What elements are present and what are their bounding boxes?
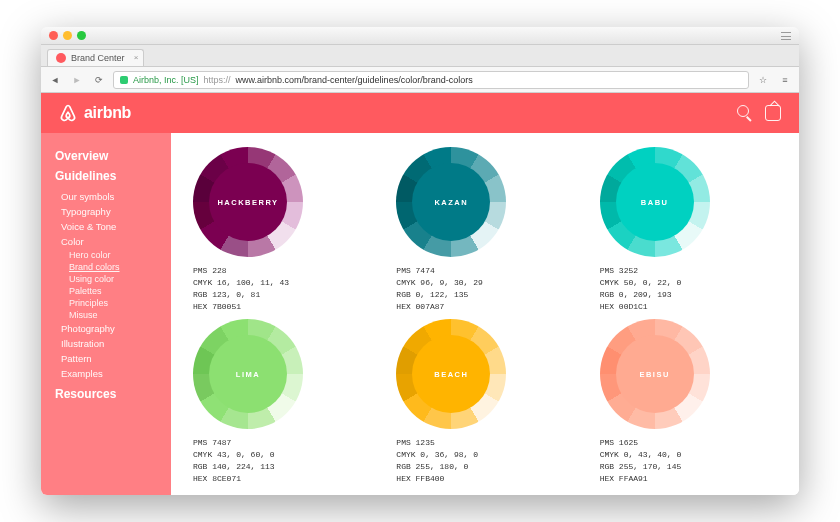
back-button[interactable]: ◄ <box>47 72 63 88</box>
window-title-bar <box>41 27 799 45</box>
share-icon[interactable] <box>765 105 781 121</box>
belo-logo-icon <box>59 103 77 123</box>
tab-title: Brand Center <box>71 53 125 63</box>
swatch-core: KAZAN <box>412 163 490 241</box>
sidebar-item-photography[interactable]: Photography <box>55 321 171 336</box>
sidebar-item-voice-tone[interactable]: Voice & Tone <box>55 219 171 234</box>
swatch-specs: PMS 228CMYK 16, 100, 11, 43RGB 123, 0, 8… <box>193 265 384 313</box>
window-menu-icon[interactable] <box>781 32 791 40</box>
swatch-specs: PMS 1235CMYK 0, 36, 98, 0RGB 255, 180, 0… <box>396 437 587 485</box>
sidebar-section-guidelines[interactable]: Guidelines <box>55 169 171 183</box>
secure-badge: Airbnb, Inc. [US] <box>133 75 199 85</box>
url-scheme: https:// <box>204 75 231 85</box>
color-swatch: BEACHPMS 1235CMYK 0, 36, 98, 0RGB 255, 1… <box>396 319 587 485</box>
swatch-specs: PMS 7487CMYK 43, 0, 60, 0RGB 140, 224, 1… <box>193 437 384 485</box>
color-swatch: LIMAPMS 7487CMYK 43, 0, 60, 0RGB 140, 22… <box>193 319 384 485</box>
sidebar: Overview Guidelines Our symbols Typograp… <box>41 133 171 495</box>
sidebar-subitem-misuse[interactable]: Misuse <box>55 309 171 321</box>
forward-button[interactable]: ► <box>69 72 85 88</box>
sidebar-subitem-using-color[interactable]: Using color <box>55 273 171 285</box>
logo-area[interactable]: airbnb <box>59 103 131 123</box>
sidebar-subitem-brand-colors[interactable]: Brand colors <box>55 261 171 273</box>
sidebar-item-illustration[interactable]: Illustration <box>55 336 171 351</box>
spec-pms: PMS 228 <box>193 265 384 277</box>
sidebar-item-typography[interactable]: Typography <box>55 204 171 219</box>
window-minimize-button[interactable] <box>63 31 72 40</box>
spec-hex: HEX 007A87 <box>396 301 587 313</box>
swatch-core: BEACH <box>412 335 490 413</box>
swatch-specs: PMS 7474CMYK 96, 9, 30, 29RGB 0, 122, 13… <box>396 265 587 313</box>
color-wheel: BEACH <box>396 319 506 429</box>
sidebar-item-examples[interactable]: Examples <box>55 366 171 381</box>
swatch-specs: PMS 3252CMYK 50, 0, 22, 0RGB 0, 209, 193… <box>600 265 791 313</box>
swatch-core: EBISU <box>616 335 694 413</box>
browser-tab[interactable]: Brand Center × <box>47 49 144 66</box>
browser-window: Brand Center × ◄ ► ⟳ Airbnb, Inc. [US] h… <box>41 27 799 495</box>
url-path: www.airbnb.com/brand-center/guidelines/c… <box>236 75 473 85</box>
spec-pms: PMS 1235 <box>396 437 587 449</box>
main-panel: HACKBERRYPMS 228CMYK 16, 100, 11, 43RGB … <box>171 133 799 495</box>
window-close-button[interactable] <box>49 31 58 40</box>
spec-hex: HEX 8CE071 <box>193 473 384 485</box>
page-content: airbnb Overview Guidelines Our symbols T… <box>41 93 799 495</box>
sidebar-section-resources[interactable]: Resources <box>55 387 171 401</box>
spec-hex: HEX 7B0051 <box>193 301 384 313</box>
spec-rgb: RGB 0, 209, 193 <box>600 289 791 301</box>
search-icon[interactable] <box>737 105 749 117</box>
sidebar-item-color[interactable]: Color <box>55 234 171 249</box>
spec-pms: PMS 7474 <box>396 265 587 277</box>
sidebar-item-our-symbols[interactable]: Our symbols <box>55 189 171 204</box>
lock-icon <box>120 76 128 84</box>
app-header: airbnb <box>41 93 799 133</box>
sidebar-subitem-principles[interactable]: Principles <box>55 297 171 309</box>
spec-rgb: RGB 123, 0, 81 <box>193 289 384 301</box>
color-wheel: BABU <box>600 147 710 257</box>
spec-hex: HEX FFAA91 <box>600 473 791 485</box>
swatch-core: HACKBERRY <box>209 163 287 241</box>
color-wheel: EBISU <box>600 319 710 429</box>
window-zoom-button[interactable] <box>77 31 86 40</box>
spec-hex: HEX 00D1C1 <box>600 301 791 313</box>
tab-favicon <box>56 53 66 63</box>
spec-hex: HEX FFB400 <box>396 473 587 485</box>
url-field[interactable]: Airbnb, Inc. [US] https:// www.airbnb.co… <box>113 71 749 89</box>
spec-cmyk: CMYK 0, 36, 98, 0 <box>396 449 587 461</box>
sidebar-subitem-palettes[interactable]: Palettes <box>55 285 171 297</box>
spec-cmyk: CMYK 43, 0, 60, 0 <box>193 449 384 461</box>
brand-wordmark: airbnb <box>84 104 131 122</box>
spec-rgb: RGB 0, 122, 135 <box>396 289 587 301</box>
reload-button[interactable]: ⟳ <box>91 72 107 88</box>
spec-pms: PMS 1625 <box>600 437 791 449</box>
color-swatch: HACKBERRYPMS 228CMYK 16, 100, 11, 43RGB … <box>193 147 384 313</box>
browser-menu-icon[interactable]: ≡ <box>777 72 793 88</box>
color-swatch: EBISUPMS 1625CMYK 0, 43, 40, 0RGB 255, 1… <box>600 319 791 485</box>
color-swatch: BABUPMS 3252CMYK 50, 0, 22, 0RGB 0, 209,… <box>600 147 791 313</box>
color-wheel: HACKBERRY <box>193 147 303 257</box>
swatch-specs: PMS 1625CMYK 0, 43, 40, 0RGB 255, 170, 1… <box>600 437 791 485</box>
color-wheel: KAZAN <box>396 147 506 257</box>
address-bar: ◄ ► ⟳ Airbnb, Inc. [US] https:// www.air… <box>41 67 799 93</box>
color-wheel: LIMA <box>193 319 303 429</box>
tab-close-icon[interactable]: × <box>134 53 139 62</box>
spec-cmyk: CMYK 0, 43, 40, 0 <box>600 449 791 461</box>
tab-strip: Brand Center × <box>41 45 799 67</box>
spec-rgb: RGB 255, 170, 145 <box>600 461 791 473</box>
spec-cmyk: CMYK 96, 9, 30, 29 <box>396 277 587 289</box>
swatch-core: BABU <box>616 163 694 241</box>
spec-cmyk: CMYK 16, 100, 11, 43 <box>193 277 384 289</box>
spec-pms: PMS 3252 <box>600 265 791 277</box>
color-swatch: KAZANPMS 7474CMYK 96, 9, 30, 29RGB 0, 12… <box>396 147 587 313</box>
spec-cmyk: CMYK 50, 0, 22, 0 <box>600 277 791 289</box>
swatch-core: LIMA <box>209 335 287 413</box>
spec-rgb: RGB 255, 180, 0 <box>396 461 587 473</box>
sidebar-subitem-hero-color[interactable]: Hero color <box>55 249 171 261</box>
spec-pms: PMS 7487 <box>193 437 384 449</box>
sidebar-item-pattern[interactable]: Pattern <box>55 351 171 366</box>
spec-rgb: RGB 140, 224, 113 <box>193 461 384 473</box>
bookmark-icon[interactable]: ☆ <box>755 72 771 88</box>
sidebar-section-overview[interactable]: Overview <box>55 149 171 163</box>
